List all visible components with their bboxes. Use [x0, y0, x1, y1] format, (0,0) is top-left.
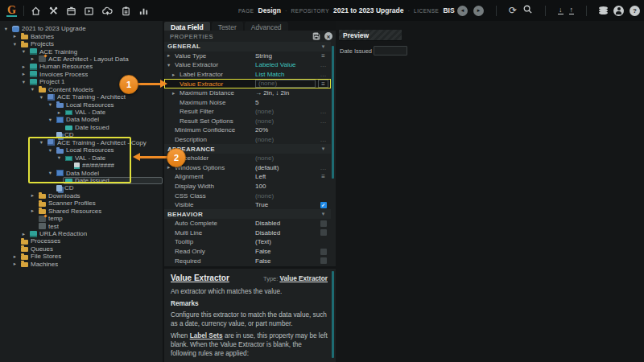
upload-icon[interactable]: ↑	[569, 6, 575, 14]
tree-item[interactable]: ▸ URLA Redaction	[0, 230, 163, 237]
property-row[interactable]: GENERAL ▾	[164, 42, 331, 51]
tree-item[interactable]: ##/##/####	[0, 162, 163, 169]
property-value[interactable]: True	[255, 201, 317, 208]
tree-item[interactable]: ▾ ACE Training - Architect	[0, 93, 163, 101]
property-row[interactable]: ▸ Windows Options (default) …	[164, 163, 331, 173]
expander-icon[interactable]: ▾	[2, 26, 10, 32]
row-expander-icon[interactable]: ▾	[167, 62, 175, 68]
property-row[interactable]: ▸ Maximum Distance → 2in, ↓ 2in	[164, 88, 331, 98]
property-row[interactable]: Auto Complete Disabled	[164, 219, 331, 228]
tree-item[interactable]: ▾ ACE Training	[0, 47, 163, 55]
tree-item[interactable]: ▸ Human Resources	[0, 63, 163, 70]
property-value[interactable]: (none)	[255, 154, 317, 162]
property-action[interactable]: ▾	[317, 43, 329, 50]
property-action[interactable]: …	[317, 136, 329, 143]
expander-icon[interactable]: ▾	[47, 147, 54, 154]
property-action[interactable]: …	[317, 61, 329, 68]
expander-icon[interactable]: ▸	[20, 64, 27, 70]
tree-item[interactable]: ▸ ACE Architect - Layout Data	[0, 56, 163, 63]
property-value[interactable]: String	[255, 52, 317, 60]
tree-item[interactable]: ▸ Batches	[0, 32, 163, 39]
property-value[interactable]: (Text)	[255, 238, 317, 245]
property-value[interactable]: (none)	[255, 192, 317, 200]
property-value[interactable]: Labeled Value	[255, 61, 317, 68]
property-row[interactable]: Placeholder (none)	[164, 154, 331, 163]
tree-item[interactable]: ▾ 2021 to 2023 Upgrade	[0, 25, 163, 32]
refresh-icon[interactable]: ⟳	[509, 6, 517, 15]
repository-value[interactable]: 2021 to 2023 Upgrade	[333, 6, 403, 14]
tree-item[interactable]: ▸ File Stores	[0, 253, 163, 260]
design-tools-icon[interactable]	[48, 6, 59, 16]
expander-icon[interactable]: ▸	[11, 253, 19, 260]
property-value[interactable]: (default)	[255, 164, 317, 171]
property-value[interactable]: Disabled	[255, 220, 317, 227]
tree-item[interactable]: ▾ Data Model	[0, 116, 163, 123]
property-action[interactable]: ≡	[317, 52, 329, 60]
tree-item[interactable]: Processes	[0, 237, 163, 245]
doc-scrollbar[interactable]	[332, 271, 334, 358]
expander-icon[interactable]: ▸	[56, 109, 63, 116]
expander-icon[interactable]: ▸	[20, 71, 27, 77]
property-row[interactable]: APPEARANCE ▾	[164, 144, 331, 154]
property-action[interactable]: …	[317, 164, 329, 171]
tree-item[interactable]: Queues	[0, 245, 163, 253]
tree-item[interactable]: ▸ Downloads	[0, 192, 163, 200]
stats-icon[interactable]	[138, 6, 149, 16]
property-action[interactable]: …	[317, 117, 329, 125]
property-value[interactable]: Disabled	[255, 229, 317, 237]
batches-icon[interactable]	[66, 6, 76, 16]
home-icon[interactable]	[31, 6, 41, 16]
label-sets-link[interactable]: Label Sets	[190, 332, 223, 339]
property-action[interactable]: …	[317, 71, 329, 78]
expander-icon[interactable]: ▾	[47, 117, 54, 123]
property-row[interactable]: Tooltip (Text)	[164, 237, 331, 247]
property-value[interactable]: (none)	[255, 117, 317, 125]
expander-icon[interactable]: ▸	[11, 33, 19, 39]
search-icon[interactable]	[522, 3, 533, 18]
property-action[interactable]: ▾	[317, 211, 329, 217]
save-icon[interactable]	[312, 32, 320, 40]
tree-item[interactable]: ▾ Data Model	[0, 169, 163, 176]
property-row[interactable]: Value Extractor (none) ≡	[164, 79, 331, 88]
help-icon[interactable]: ?	[630, 6, 640, 16]
property-value[interactable]: 100	[255, 183, 317, 190]
property-action[interactable]	[317, 257, 329, 264]
tree-item[interactable]: test	[0, 222, 163, 229]
preview-field-input[interactable]	[374, 46, 407, 56]
property-value[interactable]: 20%	[255, 126, 317, 134]
property-row[interactable]: CSS Class (none)	[164, 191, 331, 200]
row-expander-icon[interactable]: ▸	[172, 72, 180, 78]
property-row[interactable]: ▸ Value Type String ≡	[164, 51, 331, 61]
tree-item[interactable]: ▸ Machines	[0, 261, 163, 268]
license-value[interactable]: BIS	[443, 6, 454, 14]
property-row[interactable]: Result Filter (none) …	[164, 107, 331, 117]
property-value[interactable]: (none)	[255, 80, 316, 88]
download-icon[interactable]: ↓	[558, 6, 564, 14]
row-expander-icon[interactable]: ▸	[172, 90, 180, 97]
expander-icon[interactable]: ▾	[47, 101, 54, 108]
property-row[interactable]: Visible True	[164, 200, 331, 210]
property-action[interactable]	[317, 249, 329, 255]
property-action[interactable]	[317, 229, 329, 236]
row-expander-icon[interactable]: ▸	[167, 52, 175, 59]
property-row[interactable]: Description (none) …	[164, 135, 331, 145]
property-action[interactable]	[317, 220, 329, 227]
property-row[interactable]: ▸ Label Extractor List Match …	[164, 70, 331, 80]
expander-icon[interactable]: ▾	[29, 86, 36, 93]
property-row[interactable]: Alignment Left ≡	[164, 172, 331, 182]
expander-icon[interactable]: ▸	[29, 56, 36, 62]
expander-icon[interactable]: ▾	[11, 41, 19, 47]
tree-item[interactable]: ▸ VAL - Date	[0, 109, 163, 116]
property-row[interactable]: ▾ Value Extractor Labeled Value …	[164, 60, 331, 70]
property-value[interactable]: False	[255, 257, 317, 265]
expander-icon[interactable]: ▸	[11, 261, 19, 267]
tree-item[interactable]: ▾ Content Models	[0, 86, 163, 93]
cloud-icon[interactable]	[101, 6, 114, 16]
property-value[interactable]: List Match	[255, 71, 317, 78]
back-icon[interactable]: ◂	[457, 6, 468, 16]
tree-item[interactable]: ▸ Shared Resources	[0, 208, 163, 215]
expander-icon[interactable]: ▸	[29, 208, 36, 214]
property-row[interactable]: Multi Line Disabled	[164, 228, 331, 238]
properties-scrollbar[interactable]	[332, 46, 334, 179]
tree-item[interactable]: Scanner Profiles	[0, 200, 163, 207]
